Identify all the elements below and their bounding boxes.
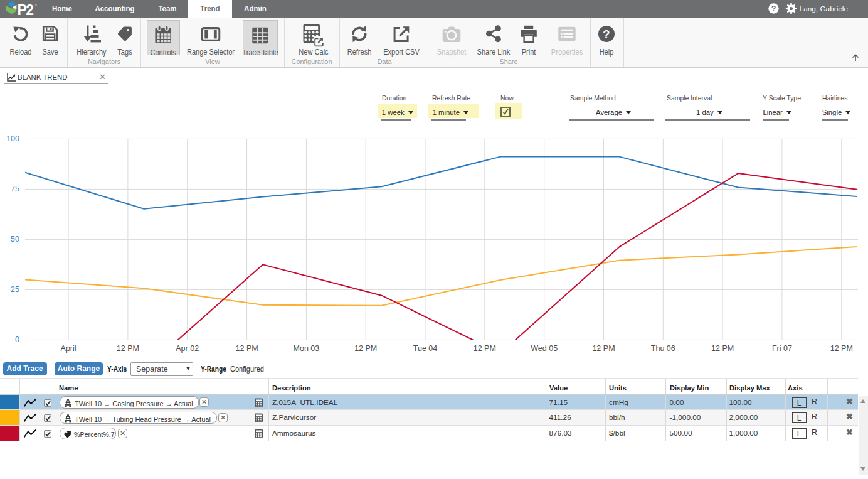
- svg-text:100: 100: [6, 134, 19, 143]
- svg-text:Mon 03: Mon 03: [294, 344, 320, 353]
- svg-text:50: 50: [11, 235, 19, 244]
- svg-text:12 PM: 12 PM: [592, 344, 615, 353]
- svg-text:12 PM: 12 PM: [830, 344, 853, 353]
- svg-text:April: April: [61, 344, 77, 353]
- svg-text:12 PM: 12 PM: [354, 344, 377, 353]
- svg-text:Tue 04: Tue 04: [413, 344, 438, 353]
- svg-text:12 PM: 12 PM: [711, 344, 734, 353]
- svg-text:Apr 02: Apr 02: [176, 344, 199, 353]
- svg-text:25: 25: [11, 285, 19, 294]
- svg-text:12 PM: 12 PM: [474, 344, 496, 353]
- svg-text:P2: P2: [18, 2, 34, 18]
- svg-text:?: ?: [603, 28, 610, 41]
- svg-text:?: ?: [771, 4, 776, 13]
- svg-text:75: 75: [11, 185, 19, 193]
- svg-text:12 PM: 12 PM: [117, 344, 139, 353]
- svg-text:12 PM: 12 PM: [236, 344, 258, 353]
- svg-text:0: 0: [15, 335, 19, 344]
- svg-text:Fri 07: Fri 07: [772, 344, 792, 353]
- svg-text:Thu 06: Thu 06: [651, 344, 675, 353]
- svg-text:Wed 05: Wed 05: [531, 344, 558, 353]
